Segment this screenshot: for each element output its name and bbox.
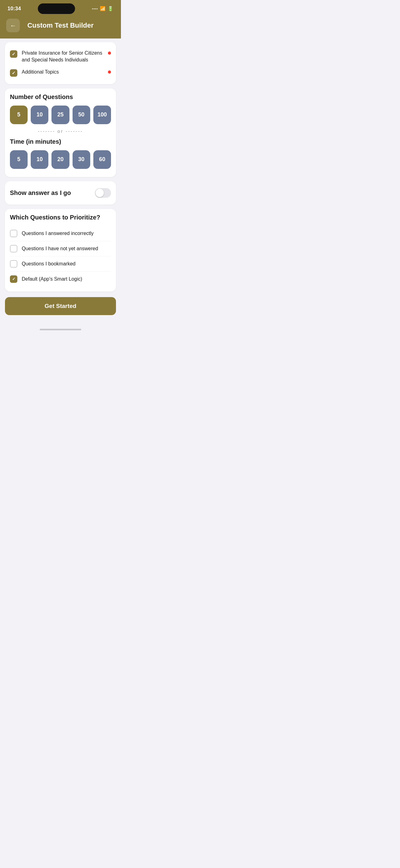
back-button[interactable]: ←: [6, 19, 20, 32]
or-divider: ------- or -------: [10, 128, 111, 134]
toggle-thumb: [96, 189, 104, 197]
prio-item-2: Questions I have not yet answered: [10, 241, 111, 256]
status-time: 10:34: [7, 6, 21, 12]
show-answer-card: Show answer as I go: [5, 181, 116, 205]
topic-1-dot: [108, 52, 111, 55]
prio-label-3: Questions I bookmarked: [22, 261, 75, 267]
prioritize-title: Which Questions to Prioritize?: [10, 214, 111, 221]
q-btn-5[interactable]: 5: [10, 105, 28, 124]
prio-item-3: Questions I bookmarked: [10, 256, 111, 272]
topic-item-1: Private Insurance for Senior Citizens an…: [10, 47, 111, 66]
main-content: Private Insurance for Senior Citizens an…: [0, 38, 121, 326]
number-of-questions-card: Number of Questions 5 10 25 50 100 -----…: [5, 89, 116, 177]
home-bar: [40, 329, 81, 330]
num-questions-title: Number of Questions: [10, 93, 111, 101]
home-indicator: [0, 326, 121, 333]
topic-2-checkbox[interactable]: [10, 69, 18, 77]
prio-cb-3[interactable]: [10, 260, 18, 268]
time-section-label: Time (in minutes): [10, 138, 111, 145]
topic-1-checkbox[interactable]: [10, 50, 18, 58]
back-arrow-icon: ←: [10, 22, 16, 29]
signal-icon: ••••: [92, 7, 98, 10]
time-button-row: 5 10 20 30 60: [10, 150, 111, 169]
t-btn-30[interactable]: 30: [72, 150, 90, 169]
prio-cb-2[interactable]: [10, 245, 18, 252]
topic-item-2: Additional Topics: [10, 66, 111, 79]
status-bar: 10:34 •••• 📶 🔋: [0, 0, 121, 16]
show-answer-toggle[interactable]: [95, 188, 111, 198]
dynamic-island: [38, 3, 75, 14]
prio-item-4: Default (App's Smart Logic): [10, 272, 111, 286]
prio-cb-4[interactable]: [10, 275, 18, 283]
t-btn-10[interactable]: 10: [31, 150, 48, 169]
wifi-icon: 📶: [100, 6, 106, 11]
status-icons: •••• 📶 🔋: [92, 6, 113, 11]
topic-1-label: Private Insurance for Senior Citizens an…: [22, 50, 104, 64]
header: ← Custom Test Builder: [0, 16, 121, 38]
show-answer-toggle-row: Show answer as I go: [10, 186, 111, 199]
t-btn-5[interactable]: 5: [10, 150, 28, 169]
q-btn-10[interactable]: 10: [31, 105, 48, 124]
prio-label-4: Default (App's Smart Logic): [22, 276, 82, 282]
q-btn-100[interactable]: 100: [93, 105, 111, 124]
q-btn-50[interactable]: 50: [72, 105, 90, 124]
get-started-button[interactable]: Get Started: [5, 297, 116, 315]
topic-2-label: Additional Topics: [22, 69, 104, 75]
t-btn-60[interactable]: 60: [93, 150, 111, 169]
questions-button-row: 5 10 25 50 100: [10, 105, 111, 124]
prio-cb-1[interactable]: [10, 230, 18, 237]
t-btn-20[interactable]: 20: [52, 150, 69, 169]
prio-label-2: Questions I have not yet answered: [22, 246, 98, 251]
q-btn-25[interactable]: 25: [52, 105, 69, 124]
prio-label-1: Questions I answered incorrectly: [22, 231, 94, 236]
prio-item-1: Questions I answered incorrectly: [10, 226, 111, 241]
show-answer-label: Show answer as I go: [10, 189, 71, 196]
page-title: Custom Test Builder: [25, 22, 96, 30]
prioritize-card: Which Questions to Prioritize? Questions…: [5, 209, 116, 291]
topic-2-dot: [108, 70, 111, 73]
battery-icon: 🔋: [108, 6, 113, 11]
topics-card: Private Insurance for Senior Citizens an…: [5, 42, 116, 84]
